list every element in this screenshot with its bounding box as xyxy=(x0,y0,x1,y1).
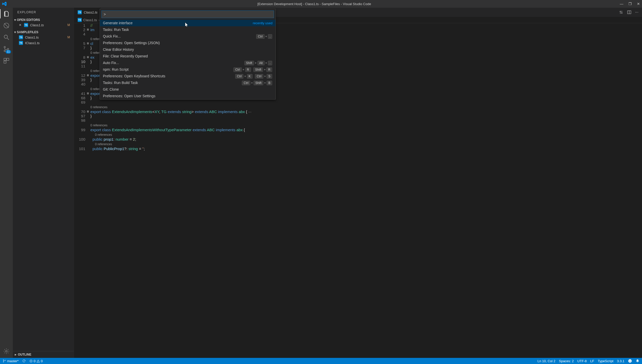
fold-icon[interactable]: ⊞ xyxy=(87,74,89,77)
code-line[interactable]: 97} xyxy=(74,114,642,118)
extensions-activity-icon[interactable] xyxy=(3,57,10,64)
typescript-file-icon: TS xyxy=(24,23,28,27)
code-line[interactable]: 100 public prop1: number = 2; xyxy=(74,137,642,141)
fold-icon[interactable]: ⊞ xyxy=(87,110,89,113)
close-window-button[interactable]: ✕ xyxy=(637,2,640,6)
typescript-file-icon: TS xyxy=(19,35,23,39)
file-item[interactable]: TS Class1.ts M xyxy=(13,34,74,40)
tab-label: Class1.ts xyxy=(84,10,97,14)
typescript-file-icon: TS xyxy=(78,10,82,14)
code-line[interactable]: 70⊞export class ExtendsAndImplements<XY,… xyxy=(74,110,642,114)
command-palette-item[interactable]: Preferences: Open Keyboard ShortcutsCtrl… xyxy=(100,73,276,79)
command-label: Preferences: Open User Settings xyxy=(103,94,155,98)
command-palette-item[interactable]: File: Clear Recently Opened xyxy=(100,53,276,59)
more-actions-icon[interactable]: ··· xyxy=(635,10,638,15)
svg-rect-7 xyxy=(4,58,6,60)
folder-header[interactable]: ▾ SAMPLEFILES xyxy=(13,30,74,34)
eol-status[interactable]: LF xyxy=(590,359,594,363)
scm-activity-icon[interactable]: 11 xyxy=(3,45,10,53)
breadcrumb-file: Class1.ts xyxy=(83,18,97,22)
fold-icon[interactable]: ⊞ xyxy=(87,92,89,95)
outline-header[interactable]: ▸ OUTLINE xyxy=(13,351,74,358)
svg-point-21 xyxy=(629,360,629,361)
command-label: Quick Fix... xyxy=(103,34,121,38)
fold-icon[interactable]: ⊞ xyxy=(87,56,89,58)
problems-status[interactable]: 0 0 xyxy=(29,359,43,363)
command-label: File: Clear Recently Opened xyxy=(103,54,148,58)
command-palette-item[interactable]: npm: Run ScriptCtrl+R Shift+R xyxy=(100,66,276,73)
mouse-cursor-icon xyxy=(184,22,189,28)
keybinding: Shift+Alt+. xyxy=(244,61,272,65)
open-editors-header[interactable]: ▾ OPEN EDITORS xyxy=(13,18,74,22)
compare-icon[interactable] xyxy=(619,10,623,15)
command-palette-item[interactable]: Tasks: Run Build TaskCtrl+Shift+B xyxy=(100,79,276,86)
codelens[interactable]: 0 references xyxy=(74,104,642,110)
feedback-icon[interactable] xyxy=(628,359,632,363)
code-line[interactable]: 69 xyxy=(74,100,642,104)
svg-rect-9 xyxy=(4,61,6,63)
git-branch-status[interactable]: master* xyxy=(3,359,19,363)
command-label: Git: Clone xyxy=(103,87,119,91)
sync-status[interactable] xyxy=(22,359,26,363)
settings-activity-icon[interactable] xyxy=(3,348,10,355)
command-palette-item[interactable]: Clear Editor History xyxy=(100,46,276,53)
codelens[interactable]: 0 references xyxy=(74,123,642,128)
typescript-version-status[interactable]: 3.3.1 xyxy=(617,359,624,363)
command-label: npm: Run Script xyxy=(103,67,128,71)
file-item[interactable]: TS IClass1.ts xyxy=(13,40,74,46)
modified-badge: M xyxy=(67,23,72,27)
fold-icon[interactable]: ⊞ xyxy=(87,28,89,31)
keybinding: Ctrl+Shift+B xyxy=(242,81,272,85)
code-line[interactable]: 98 xyxy=(74,118,642,123)
file-name: IClass1.ts xyxy=(25,41,40,45)
svg-line-1 xyxy=(4,23,8,28)
status-bar: master* 0 0 Ln 10, Col 2 Spaces: 2 UTF-8… xyxy=(0,358,642,364)
svg-point-10 xyxy=(6,350,7,352)
command-palette-item[interactable]: Git: Clone xyxy=(100,86,276,93)
debug-activity-icon[interactable] xyxy=(3,22,10,29)
open-editor-item[interactable]: ✕ TS Class1.ts M xyxy=(13,22,74,28)
close-editor-icon[interactable]: ✕ xyxy=(19,23,22,27)
code-line[interactable]: 99export class ExtendsAndImplementsWitho… xyxy=(74,128,642,132)
chevron-right-icon: ▸ xyxy=(15,353,16,356)
modified-badge: M xyxy=(67,35,72,39)
explorer-activity-icon[interactable] xyxy=(3,10,10,17)
command-label: Preferences: Open Settings (JSON) xyxy=(103,41,160,45)
scm-badge: 11 xyxy=(6,50,11,54)
command-label: Preferences: Open Keyboard Shortcuts xyxy=(103,74,165,78)
fold-icon[interactable]: ⊞ xyxy=(87,42,89,45)
codelens[interactable]: 0 references xyxy=(74,132,642,137)
file-name: Class1.ts xyxy=(30,23,44,27)
notifications-icon[interactable] xyxy=(636,359,639,363)
activity-bar: 11 xyxy=(0,8,13,358)
language-mode-status[interactable]: TypeScript xyxy=(598,359,613,363)
code-line[interactable]: 101 public PublicProp1?: string = ''; xyxy=(74,147,642,151)
encoding-status[interactable]: UTF-8 xyxy=(577,359,587,363)
keybinding: Ctrl+R Shift+R xyxy=(233,67,272,71)
svg-line-3 xyxy=(7,38,9,40)
command-palette-item[interactable]: Preferences: Open User Settings xyxy=(100,93,276,99)
keybinding: Ctrl+K Ctrl+S xyxy=(235,74,272,78)
command-palette-item[interactable]: Preferences: Open Settings (JSON) xyxy=(100,40,276,46)
search-activity-icon[interactable] xyxy=(3,34,10,41)
maximize-button[interactable]: ❐ xyxy=(628,2,632,6)
split-editor-icon[interactable] xyxy=(627,10,632,15)
cursor-position-status[interactable]: Ln 10, Col 2 xyxy=(538,359,555,363)
sidebar-title: EXPLORER xyxy=(13,8,74,17)
command-palette-item[interactable]: Auto Fix...Shift+Alt+. xyxy=(100,59,276,66)
title-bar: [Extension Development Host] - Class1.ts… xyxy=(0,0,642,8)
command-label: Auto Fix... xyxy=(103,61,119,65)
svg-point-4 xyxy=(4,46,5,48)
command-palette-item[interactable]: Quick Fix...Ctrl+. xyxy=(100,33,276,40)
command-palette-input[interactable] xyxy=(101,10,274,18)
svg-point-14 xyxy=(3,362,4,362)
vscode-logo-icon xyxy=(2,2,7,6)
file-name: Class1.ts xyxy=(25,35,39,39)
command-label: Generate interface xyxy=(103,21,133,25)
indentation-status[interactable]: Spaces: 2 xyxy=(559,359,574,363)
svg-rect-8 xyxy=(7,58,9,60)
minimize-button[interactable]: — xyxy=(620,2,623,6)
codelens[interactable]: 0 references xyxy=(74,141,642,147)
keybinding: Ctrl+. xyxy=(256,34,272,38)
editor-tab[interactable]: TS Class1.ts xyxy=(74,8,101,17)
